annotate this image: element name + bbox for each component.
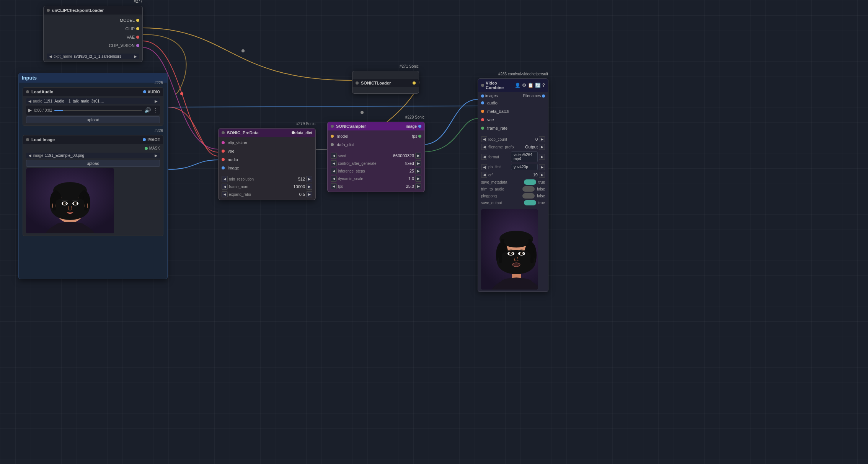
ckpt-prev-btn[interactable]: ◀ xyxy=(49,54,52,59)
fn-prev[interactable]: ◀ xyxy=(481,144,487,150)
port-clip xyxy=(136,27,139,30)
image-next-btn[interactable]: ▶ xyxy=(155,153,158,158)
frame-num-prev-btn[interactable]: ◀ xyxy=(222,184,228,190)
port-mask-out xyxy=(145,147,148,150)
port-model-in-row: model xyxy=(331,133,348,140)
dynscale-next-btn[interactable]: ▶ xyxy=(415,176,421,182)
sonic-predata-dot xyxy=(222,131,225,134)
ckpt-next-btn[interactable]: ▶ xyxy=(134,54,137,59)
video-combine-dot xyxy=(481,84,484,87)
infer-prev-btn[interactable]: ◀ xyxy=(331,168,337,174)
fmt-value[interactable]: video/h264-mp4 xyxy=(511,151,538,162)
crf-value: 19 xyxy=(522,173,538,177)
pix-next[interactable]: ▶ xyxy=(539,164,545,170)
frame-num-next-btn[interactable]: ▶ xyxy=(306,184,312,190)
trim-audio-toggle[interactable] xyxy=(522,186,535,192)
sonic-sampler-dot xyxy=(331,125,334,128)
port-audio-in-row: audio xyxy=(222,156,312,163)
format-row: ◀ format video/h264-mp4 ▶ xyxy=(481,151,545,162)
svg-point-14 xyxy=(65,203,66,204)
image-prev-btn[interactable]: ◀ xyxy=(28,153,31,158)
save-meta-row: save_metadata true xyxy=(481,179,545,185)
port-vae-vc-row: vae xyxy=(481,116,545,123)
min-res-prev-btn[interactable]: ◀ xyxy=(222,176,228,182)
port-vae-row: VAE xyxy=(47,34,139,41)
audio-upload-btn[interactable]: upload xyxy=(26,116,160,123)
fmt-prev[interactable]: ◀ xyxy=(481,154,487,160)
port-clipvision-label: CLIP_VISION xyxy=(109,43,135,48)
port-audio-in xyxy=(222,158,225,161)
port-mask-label: MASK xyxy=(149,146,160,150)
fps-next-btn[interactable]: ▶ xyxy=(415,183,421,189)
frame-num-value: 10000 xyxy=(290,184,305,189)
min-res-next-btn[interactable]: ▶ xyxy=(306,176,312,182)
audio-progress-bar[interactable] xyxy=(54,110,142,111)
audio-prev-btn[interactable]: ◀ xyxy=(28,99,31,103)
video-combine-icon2[interactable]: ⚙ xyxy=(522,83,526,88)
crf-next[interactable]: ▶ xyxy=(539,172,545,178)
control-next-btn[interactable]: ▶ xyxy=(415,160,421,166)
sonic-sampler-title: SONICSampler xyxy=(336,124,366,129)
port-model-label: MODEL xyxy=(120,18,135,23)
port-vae-in-label: vae xyxy=(228,149,235,153)
port-image-sampler-out xyxy=(418,125,421,128)
svg-point-1 xyxy=(361,111,364,114)
ckpt-file-row: ◀ ckpt_name svd/svd_xt_1_1.safetensors ▶ xyxy=(47,54,139,59)
fps-prev-btn[interactable]: ◀ xyxy=(331,183,337,189)
port-vae-vc-label: vae xyxy=(487,117,494,122)
audio-next-btn[interactable]: ▶ xyxy=(155,99,158,103)
port-metabatch-row: meta_batch xyxy=(481,108,545,115)
loadaudio-body: ◀ audio 1191_Audio__1_talk_male_3s01....… xyxy=(23,96,163,125)
expand-ratio-next-btn[interactable]: ▶ xyxy=(306,191,312,197)
video-combine-icon4[interactable]: 🔄 xyxy=(535,83,541,88)
load-image-node: #226 Load Image IMAGE MASK ◀ image 1191_… xyxy=(23,135,163,236)
audio-menu-icon[interactable]: ⋮ xyxy=(153,107,158,113)
inputs-header: Inputs xyxy=(19,73,167,83)
crf-row: ◀ crf 19 ▶ xyxy=(481,172,545,178)
svg-point-13 xyxy=(64,202,66,205)
video-combine-body: images Filenames audio meta_batch vae fr… xyxy=(478,92,548,291)
control-prev-btn[interactable]: ◀ xyxy=(331,160,337,166)
port-image-out xyxy=(143,138,146,141)
port-model-in-label: model xyxy=(337,134,348,138)
fmt-next[interactable]: ▶ xyxy=(539,154,545,160)
control-after-row: ◀ control_after_generate fixed ▶ xyxy=(331,160,421,166)
port-vae-vc xyxy=(481,118,484,121)
seed-next-btn[interactable]: ▶ xyxy=(415,153,421,159)
audio-play-btn[interactable]: ▶ xyxy=(28,107,32,113)
pix-prev[interactable]: ◀ xyxy=(481,164,487,170)
load-audio-node: #225 LoadAudio AUDIO ◀ audio 1191_Audio_… xyxy=(23,87,163,126)
infer-next-btn[interactable]: ▶ xyxy=(415,168,421,174)
pingpong-toggle[interactable] xyxy=(522,193,535,199)
video-combine-icon1[interactable]: 👤 xyxy=(515,83,520,88)
port-images-label: images xyxy=(485,94,498,98)
expand-ratio-prev-btn[interactable]: ◀ xyxy=(222,191,228,197)
svg-point-0 xyxy=(241,49,245,52)
fps-row: ◀ fps 25.0 ▶ xyxy=(331,183,421,189)
save-meta-toggle[interactable] xyxy=(524,179,536,185)
unclip-header: unCLIPCheckpointLoader xyxy=(44,6,142,15)
video-combine-help[interactable]: ? xyxy=(542,83,545,88)
port-image-in xyxy=(222,166,225,169)
port-vae-in xyxy=(222,150,225,153)
fn-next[interactable]: ▶ xyxy=(539,144,545,150)
port-filenames-out xyxy=(542,94,545,98)
image-file-label: image xyxy=(33,153,43,158)
seed-prev-btn[interactable]: ◀ xyxy=(331,153,337,159)
dynscale-prev-btn[interactable]: ◀ xyxy=(331,176,337,182)
crf-prev[interactable]: ◀ xyxy=(481,172,487,178)
image-upload-btn[interactable]: upload xyxy=(26,160,160,167)
loop-next[interactable]: ▶ xyxy=(539,136,545,142)
sonic-predata-header: SONIC_PreData data_dict xyxy=(219,129,315,137)
image-preview xyxy=(26,168,114,233)
svg-point-37 xyxy=(512,263,520,267)
pix-value[interactable]: yuv420p xyxy=(511,164,538,170)
save-output-toggle[interactable] xyxy=(524,200,536,205)
sonic-sampler-node: #229 Sonic SONICSampler image model fps … xyxy=(327,122,425,192)
audio-volume-icon[interactable]: 🔊 xyxy=(144,107,151,113)
video-combine-icon3[interactable]: 📋 xyxy=(528,83,534,88)
pingpong-label: pingpong xyxy=(481,194,521,198)
fn-value: Output xyxy=(522,145,538,149)
loop-prev[interactable]: ◀ xyxy=(481,136,487,142)
port-audio-vc-row: audio xyxy=(481,99,545,106)
